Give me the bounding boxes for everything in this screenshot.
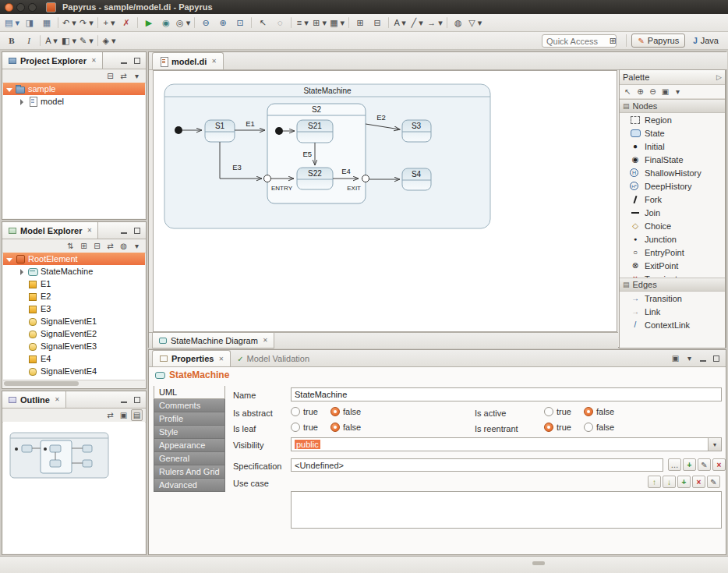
line-style[interactable]: ╱ ▾ (408, 16, 426, 30)
palette-item[interactable]: ⊗ ExitPoint (620, 259, 725, 272)
open-perspective-button[interactable]: ⊞ (604, 34, 621, 48)
is-active-true-radio[interactable] (544, 407, 553, 416)
zoom-fit[interactable]: ⊡ (231, 16, 249, 30)
outline-tab[interactable]: Outline ✕ (2, 391, 66, 408)
move-up-button[interactable]: ↑ (648, 476, 661, 488)
tree-item[interactable]: SignalEventE2 (3, 327, 145, 340)
specification-value[interactable]: <Undefined> (291, 458, 663, 472)
fill-color[interactable]: ◧ ▾ (60, 34, 78, 48)
link-with-editor[interactable]: ⇄ (104, 240, 116, 252)
tree-expand-arrow-icon[interactable] (6, 86, 13, 93)
is-abstract-true-radio[interactable] (291, 407, 300, 416)
palette-item[interactable]: ◉ FinalState (620, 153, 725, 166)
name-input[interactable] (291, 387, 722, 401)
state-s1[interactable]: S1 (205, 120, 235, 142)
palette-item[interactable]: × Terminate (620, 272, 725, 278)
is-leaf-true-radio[interactable] (291, 423, 300, 432)
properties-side-tab[interactable]: Style (154, 426, 225, 439)
save[interactable]: ◨ (21, 16, 38, 30)
maximize-window-button[interactable] (28, 3, 37, 12)
sort[interactable]: ⇅ (65, 240, 76, 252)
palette-item[interactable]: H ShallowHistory (620, 166, 725, 179)
filters[interactable]: ◍ (118, 240, 129, 252)
view-menu[interactable]: ▾ (131, 240, 143, 252)
palette-item[interactable]: Region (620, 113, 725, 126)
link-with-editor[interactable]: ⇄ (118, 70, 129, 82)
new-child[interactable]: + ▾ (101, 16, 118, 30)
run[interactable]: ▶ (140, 16, 157, 30)
show-overview[interactable]: ▣ (118, 409, 129, 421)
palette-item[interactable]: ◇ Choice (620, 219, 725, 232)
close-view-icon[interactable]: ✕ (218, 355, 224, 363)
font-color[interactable]: A ▾ (43, 34, 60, 48)
maximize-view-button[interactable] (132, 226, 143, 235)
browse-button[interactable]: … (668, 458, 681, 471)
is-leaf-false-radio[interactable] (330, 423, 340, 432)
tree-expand-arrow-icon[interactable] (6, 256, 13, 263)
zoom-out-tool[interactable]: ⊖ (647, 86, 659, 97)
perspective-java-button[interactable]: J Java (687, 34, 725, 48)
properties-side-tab[interactable]: Comments (154, 399, 225, 412)
tree-expand-arrow-icon[interactable] (19, 98, 26, 105)
project-explorer-tab[interactable]: Project Explorer ✕ (2, 52, 103, 69)
palette-pin-icon[interactable]: ▷ (716, 73, 722, 81)
state-s22[interactable]: S22 (297, 168, 333, 189)
maximize-view-button[interactable] (711, 354, 722, 363)
scrollbar-thumb[interactable] (4, 381, 79, 386)
external-tools[interactable]: ◎ ▾ (175, 16, 192, 30)
properties-side-tab[interactable]: Rulers And Grid (154, 465, 225, 479)
close-view-icon[interactable]: ✕ (55, 396, 60, 403)
collapse-all[interactable]: ⊟ (91, 240, 103, 252)
palette-item[interactable]: State (620, 126, 725, 140)
properties-side-tab[interactable]: General (154, 452, 225, 465)
minimize-view-button[interactable] (118, 226, 129, 235)
save-all[interactable]: ▦ (38, 16, 55, 30)
tree-item[interactable]: SignalEventE3 (3, 340, 145, 352)
close-view-icon[interactable]: ✕ (87, 227, 92, 234)
minimize-window-button[interactable] (16, 3, 25, 12)
model-validation-tab[interactable]: ✓ Model Validation (231, 351, 316, 366)
close-view-icon[interactable]: ✕ (91, 57, 97, 64)
show-outline[interactable]: ▤ (131, 409, 143, 421)
link-with-editor[interactable]: ⇄ (104, 409, 116, 421)
snap-to-grid[interactable]: ⊟ (369, 16, 386, 30)
palette-header[interactable]: Palette ▷ (620, 70, 725, 85)
model-explorer-tab[interactable]: Model Explorer ✕ (2, 222, 98, 239)
show-grid[interactable]: ⊞ (352, 16, 369, 30)
arrow-style[interactable]: → ▾ (426, 16, 444, 30)
add-button[interactable]: + (683, 458, 696, 471)
delete[interactable]: ✗ (118, 16, 135, 30)
arrange-all[interactable]: ▦ ▾ (328, 16, 346, 30)
properties-side-tab[interactable]: UML (154, 386, 225, 399)
layout-button[interactable]: ▣ (670, 352, 681, 364)
diagram-canvas[interactable]: StateMachine S1 E1 (153, 70, 617, 332)
palette-drawer-nodes[interactable]: ▤ Nodes (620, 99, 725, 113)
marquee-tool[interactable]: ◌ (271, 16, 288, 30)
palette-item[interactable]: Fork (620, 193, 725, 206)
align[interactable]: ≡ ▾ (294, 16, 311, 30)
minimize-view-button[interactable] (698, 354, 709, 363)
properties-tab[interactable]: Properties ✕ (152, 350, 231, 366)
tree-item[interactable]: E1 (3, 278, 145, 290)
maximize-view-button[interactable] (132, 56, 143, 65)
palette-item[interactable]: ○ EntryPoint (620, 246, 725, 259)
outline-thumbnail[interactable] (8, 428, 125, 490)
palette-drawer-edges[interactable]: ▤ Edges (620, 278, 725, 292)
annotations[interactable]: ▽ ▾ (467, 16, 484, 30)
zoom-in-tool[interactable]: ⊕ (634, 86, 646, 97)
state-s4[interactable]: S4 (402, 168, 431, 190)
distribute[interactable]: ⊞ ▾ (311, 16, 328, 30)
palette-item[interactable]: / ContextLink (620, 318, 725, 331)
tree-item[interactable]: RootElement (3, 253, 145, 265)
palette-item[interactable]: H* DeepHistory (620, 179, 725, 193)
note-tool[interactable]: ▣ (659, 86, 671, 97)
close-window-button[interactable] (5, 3, 13, 12)
editor-tab-model-di[interactable]: model.di ✕ (152, 52, 224, 69)
debug[interactable]: ◉ (157, 16, 175, 30)
tree-expand-arrow-icon[interactable] (19, 268, 26, 275)
close-sheet-icon[interactable]: ✕ (263, 337, 268, 344)
visibility-combo[interactable]: public ▾ (291, 437, 722, 451)
tree-item[interactable]: model (3, 95, 145, 108)
palette-item[interactable]: Join (620, 206, 725, 219)
select-tool[interactable]: ↖ (254, 16, 271, 30)
